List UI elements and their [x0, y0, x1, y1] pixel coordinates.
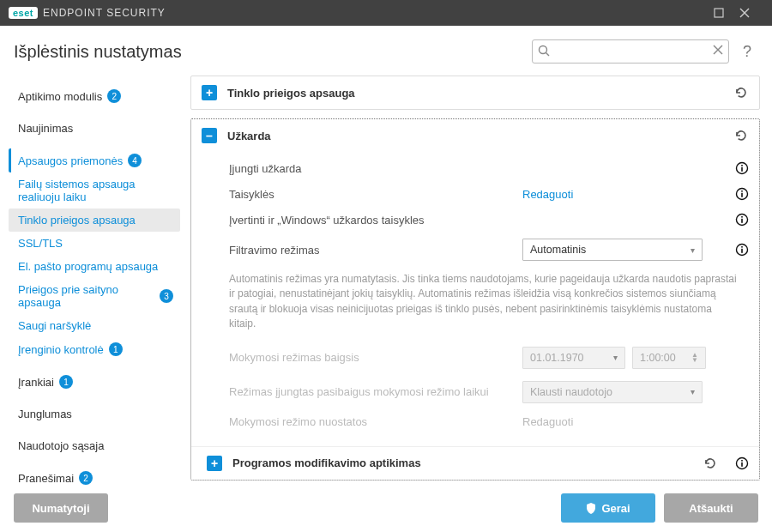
sidebar-item[interactable]: Apsaugos priemonės4	[9, 148, 180, 172]
svg-rect-14	[741, 219, 743, 223]
row-windows-rules: Įvertinti ir „Windows“ užkardos taisykle…	[229, 207, 749, 233]
learning-end-date: 01.01.1970 ▾	[522, 347, 625, 369]
select-value: Klausti naudotojo	[530, 386, 612, 398]
svg-rect-15	[741, 216, 743, 218]
sidebar-item[interactable]: Įrankiai1	[9, 370, 180, 394]
row-learning-end: Mokymosi režimas baigsis 01.01.1970 ▾ 1:…	[229, 341, 749, 375]
clear-icon[interactable]	[712, 44, 724, 56]
info-icon[interactable]	[735, 213, 749, 227]
titlebar: eset ENDPOINT SECURITY	[0, 0, 772, 26]
undo-icon[interactable]	[733, 85, 749, 100]
info-icon[interactable]	[735, 161, 749, 175]
subpanel-app-mod-detection[interactable]: + Programos modifikavimo aptikimas	[191, 446, 759, 480]
learning-end-time: 1:00:00 ▲▼	[632, 347, 706, 369]
sidebar-item[interactable]: SSL/TLS	[9, 232, 180, 255]
header: Išplėstinis nustatymas ?	[0, 26, 772, 70]
row-filter-mode: Filtravimo režimas Automatinis ▾	[229, 233, 749, 267]
chevron-down-icon: ▾	[613, 353, 618, 362]
sidebar-item-label: Įrenginio kontrolė	[18, 343, 104, 356]
chevron-down-icon: ▾	[691, 245, 695, 255]
label: Įjungti užkarda	[229, 162, 512, 175]
label: Mokymosi režimas baigsis	[229, 351, 512, 364]
label: Taisyklės	[229, 188, 512, 201]
panel-header[interactable]: – Užkarda	[191, 119, 759, 152]
info-icon[interactable]	[735, 243, 749, 257]
panel-header[interactable]: + Tinklo prieigos apsauga	[191, 76, 759, 109]
badge: 1	[59, 375, 73, 389]
edit-rules-link[interactable]: Redaguoti	[522, 188, 573, 201]
subpanel-title: Programos modifikavimo aptikimas	[232, 456, 685, 469]
sidebar-item-label: Įrankiai	[18, 376, 54, 389]
page-title: Išplėstinis nustatymas	[14, 42, 182, 62]
row-learning-settings: Mokymosi režimo nuostatos Redaguoti	[229, 409, 749, 434]
undo-icon[interactable]	[733, 128, 749, 143]
chevron-down-icon: ▾	[691, 387, 695, 396]
label: Įvertinti ir „Windows“ užkardos taisykle…	[229, 214, 512, 227]
badge: 4	[128, 154, 142, 167]
spinner-icon: ▲▼	[691, 353, 698, 363]
ok-button[interactable]: Gerai	[561, 493, 655, 523]
main: + Tinklo prieigos apsauga – Užkarda Įjun…	[185, 70, 772, 484]
cancel-button[interactable]: Atšaukti	[664, 493, 758, 523]
panel-title: Užkarda	[227, 130, 716, 142]
search-input[interactable]	[532, 39, 729, 63]
sidebar-item[interactable]: Tinklo prieigos apsauga	[9, 209, 180, 232]
row-enable-firewall: Įjungti užkarda	[229, 155, 749, 181]
window-close-icon[interactable]	[739, 8, 765, 18]
help-icon[interactable]: ?	[739, 43, 755, 61]
expand-icon: +	[202, 85, 217, 100]
svg-rect-20	[741, 462, 743, 466]
shield-icon	[586, 503, 596, 514]
sidebar-item[interactable]: Failų sistemos apsauga realiuoju laiku	[9, 172, 180, 209]
svg-rect-12	[741, 190, 743, 192]
collapse-icon: –	[202, 128, 217, 143]
sidebar-item[interactable]: Įrenginio kontrolė1	[9, 337, 180, 361]
search-icon	[537, 44, 551, 57]
undo-icon[interactable]	[703, 456, 718, 471]
sidebar-item-label: Prieigos prie saityno apsauga	[18, 283, 154, 309]
search-wrap	[532, 39, 729, 63]
select-value: Automatinis	[530, 244, 586, 256]
default-button[interactable]: Numatytoji	[14, 493, 108, 523]
sidebar-item-label: Pranešimai	[18, 472, 74, 485]
badge: 1	[109, 342, 123, 356]
panel-firewall: – Užkarda Įjungti užkarda Tais	[190, 118, 760, 481]
info-icon[interactable]	[735, 456, 749, 470]
badge: 3	[160, 289, 173, 303]
svg-rect-11	[741, 193, 743, 197]
row-after-learning: Režimas įjungtas pasibaigus mokymosi rež…	[229, 375, 749, 409]
sidebar-item-label: Naudotojo sąsaja	[18, 439, 104, 452]
sidebar-item-label: Tinklo prieigos apsauga	[18, 214, 136, 227]
sidebar-item-label: Apsaugos priemonės	[18, 154, 123, 167]
sidebar-item[interactable]: Prieigos prie saityno apsauga3	[9, 278, 180, 314]
svg-rect-8	[741, 167, 743, 172]
sidebar-item[interactable]: Naujinimas	[9, 117, 180, 140]
svg-rect-21	[741, 460, 743, 462]
sidebar-item[interactable]: Junglumas	[9, 402, 180, 426]
sidebar-item[interactable]: Saugi naršyklė	[9, 314, 180, 337]
sidebar-item[interactable]: Pranešimai2	[9, 466, 180, 490]
expand-icon: +	[207, 456, 222, 471]
label: Režimas įjungtas pasibaigus mokymosi rež…	[229, 385, 512, 398]
sidebar-item[interactable]: Naudotojo sąsaja	[9, 434, 180, 457]
svg-rect-0	[715, 9, 723, 17]
sidebar-item[interactable]: El. pašto programų apsauga	[9, 255, 180, 278]
svg-point-3	[539, 46, 546, 54]
date-value: 01.01.1970	[530, 352, 584, 364]
sidebar: Aptikimo modulis2NaujinimasApsaugos prie…	[0, 70, 185, 484]
info-icon[interactable]	[735, 187, 749, 201]
label: Mokymosi režimo nuostatos	[229, 415, 512, 428]
svg-rect-17	[741, 249, 743, 253]
filter-mode-description: Automatinis režimas yra numatytasis. Jis…	[229, 267, 749, 341]
panel-network-access: + Tinklo prieigos apsauga	[190, 76, 760, 110]
app-name: ENDPOINT SECURITY	[43, 7, 166, 19]
svg-rect-9	[741, 165, 743, 166]
badge: 2	[79, 471, 93, 485]
window-maximize-icon[interactable]	[714, 8, 739, 18]
sidebar-item[interactable]: Aptikimo modulis2	[9, 84, 180, 108]
badge: 2	[107, 89, 121, 103]
filter-mode-select[interactable]: Automatinis ▾	[522, 239, 703, 261]
sidebar-item-label: El. pašto programų apsauga	[18, 260, 158, 273]
svg-line-4	[546, 53, 549, 57]
label: Filtravimo režimas	[229, 244, 512, 257]
